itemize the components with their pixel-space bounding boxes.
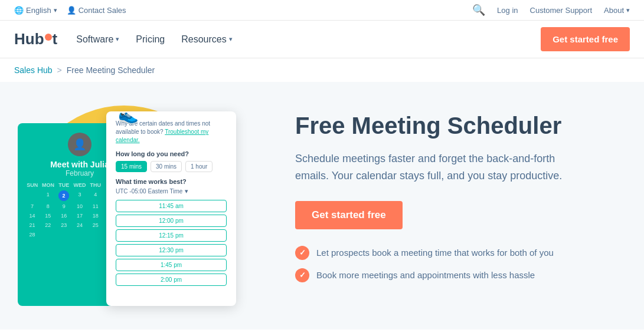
calendar-cell[interactable]: 1 [41,190,55,201]
nav-left: Hubt Software ▾ Pricing Resources ▾ [14,30,233,48]
calendar-cell[interactable]: 24 [73,221,87,229]
language-chevron: ▾ [54,6,57,14]
duration-15[interactable]: 15 mins [116,161,147,172]
hero-illustration: 👟 👤 Meet with Julia February SUN MON TUE… [0,94,283,318]
timezone-value: UTC -05:00 Eastern Time [116,188,182,195]
hubspot-logo[interactable]: Hubt [14,30,57,48]
pricing-label: Pricing [136,34,165,45]
time-slot-item[interactable]: 12:30 pm [116,244,227,256]
calendar-cell[interactable]: 22 [41,221,55,229]
calendar-cell[interactable]: 23 [57,221,71,229]
person-icon: 👤 [67,6,76,15]
day-label-tue: TUE [56,182,71,188]
about-chevron: ▾ [626,6,630,14]
day-label-sun: SUN [25,182,40,188]
calendar-cell[interactable]: 14 [25,212,40,220]
calendar-cell[interactable]: 9 [57,202,71,210]
logo-text-post: t [53,30,58,48]
hubspot-dot [45,34,52,41]
feature-item: Book more meetings and appointments with… [295,268,606,282]
feature-text: Book more meetings and appointments with… [316,270,535,280]
timezone-chevron: ▾ [185,187,188,195]
calendar-cell[interactable]: 4 [88,190,103,201]
time-label: What time works best? [116,178,227,185]
time-picker-panel: Why are certain dates and times not avai… [106,111,236,306]
top-bar: 🌐 English ▾ 👤 Contact Sales 🔍 Log in Cus… [0,0,644,21]
calendar-cell[interactable]: 11 [88,202,103,210]
feature-check-icon [295,246,309,260]
time-slot-item[interactable]: 12:00 pm [116,215,227,227]
hero-section: 👟 👤 Meet with Julia February SUN MON TUE… [0,82,644,330]
language-label: English [26,6,51,15]
about-menu[interactable]: About ▾ [604,6,630,15]
calendar-cell[interactable]: 21 [25,221,40,229]
day-label-mon: MON [41,182,56,188]
sneaker-icon: 👟 [118,106,139,125]
top-bar-right: 🔍 Log in Customer Support About ▾ [472,4,630,17]
time-slot-item[interactable]: 1:45 pm [116,259,227,271]
login-label: Log in [497,6,518,15]
feature-check-icon [295,268,309,282]
nav-get-started-button[interactable]: Get started free [541,27,630,51]
software-chevron: ▾ [116,35,119,43]
timezone-selector[interactable]: UTC -05:00 Eastern Time ▾ [116,187,227,195]
pricing-nav-link[interactable]: Pricing [136,34,165,45]
customer-support-label: Customer Support [530,6,593,15]
duration-30[interactable]: 30 mins [151,161,182,172]
calendar-cell[interactable]: 28 [25,230,40,239]
contact-sales-label: Contact Sales [79,6,126,15]
customer-support-link[interactable]: Customer Support [530,6,593,15]
day-label-wed: WED [72,182,87,188]
calendar-cell[interactable]: 15 [41,212,55,220]
calendar-cell[interactable]: 18 [88,212,103,220]
time-slot-item[interactable]: 11:45 am [116,200,227,212]
calendar-cell[interactable]: 8 [41,202,55,210]
calendar-cell [25,190,40,201]
software-nav-link[interactable]: Software ▾ [76,34,119,45]
feature-item: Let prospects book a meeting time that w… [295,246,606,260]
hero-subtitle: Schedule meetings faster and forget the … [295,150,578,185]
calendar-cell[interactable]: 17 [73,212,87,220]
top-bar-left: 🌐 English ▾ 👤 Contact Sales [14,6,126,15]
hero-content: Free Meeting Scheduler Schedule meetings… [283,94,630,294]
software-label: Software [76,34,113,45]
duration-label: How long do you need? [116,150,227,157]
calendar-cell[interactable]: 7 [25,202,40,210]
hero-cta-button[interactable]: Get started free [295,201,403,229]
calendar-cell[interactable]: 2 [58,190,69,201]
login-link[interactable]: Log in [497,6,518,15]
calendar-cell[interactable]: 16 [57,212,71,220]
day-label-thu: THU [88,182,103,188]
resources-chevron: ▾ [229,35,233,43]
breadcrumb: Sales Hub > Free Meeting Scheduler [0,58,644,82]
language-selector[interactable]: 🌐 English ▾ [14,6,57,15]
duration-options: 15 mins 30 mins 1 hour [116,161,227,172]
globe-icon: 🌐 [14,6,24,15]
breadcrumb-current: Free Meeting Scheduler [67,65,155,75]
calendar-cell[interactable]: 10 [73,202,87,210]
breadcrumb-separator: > [57,65,62,75]
contact-sales-link[interactable]: 👤 Contact Sales [67,6,126,15]
calendar-avatar: 👤 [68,133,91,156]
resources-nav-link[interactable]: Resources ▾ [181,34,232,45]
resources-label: Resources [181,34,226,45]
time-slot-item[interactable]: 12:15 pm [116,229,227,242]
time-slot-item[interactable]: 2:00 pm [116,274,227,286]
nav-links: Software ▾ Pricing Resources ▾ [76,34,233,45]
time-slots-list: 11:45 am12:00 pm12:15 pm12:30 pm1:45 pm2… [116,200,227,286]
hero-title: Free Meeting Scheduler [295,111,606,140]
calendar-cell[interactable]: 3 [73,190,87,201]
feature-list: Let prospects book a meeting time that w… [295,246,606,282]
calendar-cell[interactable]: 25 [88,221,103,229]
search-icon[interactable]: 🔍 [472,4,485,17]
feature-text: Let prospects book a meeting time that w… [316,248,554,258]
breadcrumb-parent-link[interactable]: Sales Hub [14,65,53,75]
about-label: About [604,6,624,15]
duration-1hr[interactable]: 1 hour [185,161,213,172]
main-nav: Hubt Software ▾ Pricing Resources ▾ Get … [0,21,644,58]
logo-text-pre: Hub [14,30,44,48]
